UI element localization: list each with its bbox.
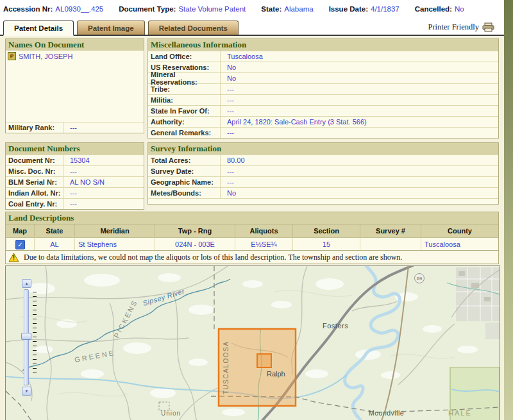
survey-information-title: Survey Information: [148, 143, 498, 155]
warning-icon: !: [8, 253, 19, 262]
document-type-value: State Volume Patent: [178, 5, 246, 13]
zoom-slider-handle[interactable]: [21, 333, 31, 340]
tab-bar: Patent Details Patent Image Related Docu…: [0, 19, 504, 36]
highway-69-shield: 69: [415, 274, 425, 283]
cell-aliquots: E½SE¼: [235, 237, 292, 251]
zoom-slider-ticks: [33, 292, 37, 377]
content-area: Names On Document P SMITH, JOSEPH Milita…: [0, 36, 504, 420]
document-type-field: Document Type: State Volume Patent: [119, 5, 246, 13]
document-nr-label: Document Nr:: [6, 155, 63, 165]
tribe-row: Tribe: ---: [148, 83, 498, 94]
survey-date-value: ---: [221, 167, 234, 175]
tab-patent-details[interactable]: Patent Details: [3, 21, 74, 36]
col-header-county: County: [421, 224, 498, 237]
land-office-row: Land Office: Tuscaloosa: [148, 51, 498, 62]
misc-doc-nr-label: Misc. Doc. Nr:: [6, 166, 63, 176]
land-office-label: Land Office:: [148, 51, 221, 62]
map-checkbox[interactable]: ✓: [15, 240, 25, 249]
col-header-survey-nr: Survey #: [360, 224, 421, 237]
mineral-reservations-row: Mineral Reservations: No: [148, 72, 498, 83]
map-zoom-control[interactable]: ▲ ▼: [21, 279, 38, 398]
cancelled-field: Cancelled: No: [415, 5, 464, 13]
survey-date-label: Survey Date:: [148, 166, 221, 176]
tribe-label: Tribe:: [148, 84, 221, 94]
militia-row: Militia: ---: [148, 94, 498, 105]
patentee-link[interactable]: P SMITH, JOSEPH: [8, 52, 142, 60]
warning-text: Due to data limitations, we could not ma…: [24, 253, 402, 262]
printer-friendly-label: Printer Friendly: [428, 22, 479, 32]
total-acres-row: Total Acres: 80.00: [148, 155, 498, 165]
state-value: Alabama: [284, 5, 313, 13]
mineral-reservations-label: Mineral Reservations:: [148, 73, 221, 83]
military-rank-label: Military Rank:: [6, 122, 63, 133]
cancelled-label: Cancelled:: [415, 5, 452, 13]
issue-date-field: Issue Date: 4/1/1837: [329, 5, 399, 13]
miscellaneous-information-panel: Miscellaneous Information Land Office: T…: [147, 38, 499, 139]
indian-allot-nr-label: Indian Allot. Nr:: [6, 188, 63, 198]
document-numbers-panel: Document Numbers Document Nr: 15304 Misc…: [5, 142, 144, 210]
cell-county: Tuscaloosa: [421, 237, 498, 251]
map-canvas: 69 Sipsey River PICKENS GREENE TUSCALOOS…: [6, 266, 500, 420]
patentee-icon: P: [8, 52, 16, 60]
issue-date-value: 4/1/1837: [371, 5, 399, 13]
blm-serial-nr-value: AL NO S/N: [63, 178, 105, 186]
land-descriptions-panel: Land Descriptions Map State Meridian Twp…: [5, 212, 499, 251]
tab-patent-image[interactable]: Patent Image: [77, 21, 145, 35]
land-office-value: Tuscaloosa: [221, 53, 263, 60]
patentee-name: SMITH, JOSEPH: [19, 53, 72, 60]
miscellaneous-information-title: Miscellaneous Information: [148, 39, 498, 51]
blm-serial-nr-row: BLM Serial Nr: AL NO S/N: [6, 176, 144, 187]
names-list: P SMITH, JOSEPH: [6, 51, 144, 122]
accession-number-label: Accession Nr:: [3, 5, 53, 13]
cell-twp-rng: 024N - 003E: [155, 237, 235, 251]
document-nr-row: Document Nr: 15304: [6, 155, 144, 165]
tribe-value: ---: [221, 85, 234, 93]
geographic-name-label: Geographic Name:: [148, 177, 221, 187]
tuscaloosa-county-label: TUSCALOOSA: [223, 341, 230, 394]
ralph-town-label: Ralph: [267, 370, 285, 378]
geographic-name-row: Geographic Name: ---: [148, 176, 498, 187]
col-header-map: Map: [6, 224, 34, 237]
state-field: State: Alabama: [261, 5, 313, 13]
survey-date-row: Survey Date: ---: [148, 165, 498, 176]
record-summary-header: Accession Nr: AL0930__.425 Document Type…: [0, 0, 504, 18]
highway-69-label: 69: [417, 276, 422, 281]
document-numbers-title: Document Numbers: [6, 143, 144, 155]
coal-entry-nr-label: Coal Entry. Nr:: [6, 199, 63, 209]
zoom-in-button[interactable]: ▲: [22, 279, 31, 288]
us-reservations-value: No: [221, 63, 236, 71]
coal-entry-nr-value: ---: [63, 200, 77, 208]
col-header-aliquots: Aliquots: [235, 224, 292, 237]
tab-related-documents[interactable]: Related Documents: [148, 21, 239, 35]
survey-information-panel: Survey Information Total Acres: 80.00 Su…: [147, 142, 499, 205]
metes-bounds-value: No: [221, 189, 236, 197]
empty-row: [148, 198, 498, 209]
union-town-label: Union: [161, 410, 181, 417]
col-header-twp-rng: Twp - Rng: [155, 224, 235, 237]
military-rank-value: ---: [63, 124, 77, 131]
total-acres-value: 80.00: [221, 156, 245, 164]
township-map[interactable]: 69 Sipsey River PICKENS GREENE TUSCALOOS…: [5, 265, 500, 420]
document-type-label: Document Type:: [119, 5, 176, 13]
cell-meridian: St Stephens: [74, 237, 155, 251]
indian-allot-nr-row: Indian Allot. Nr: ---: [6, 187, 144, 198]
general-remarks-value: ---: [221, 129, 234, 137]
misc-doc-nr-row: Misc. Doc. Nr: ---: [6, 165, 144, 176]
land-descriptions-title: Land Descriptions: [6, 212, 498, 224]
zoom-out-button[interactable]: ▼: [22, 387, 31, 396]
blm-serial-nr-label: BLM Serial Nr:: [6, 177, 63, 187]
printer-friendly-link[interactable]: Printer Friendly: [428, 22, 495, 32]
hale-county-label: HALE: [448, 409, 472, 417]
cell-map: ✓: [6, 237, 34, 251]
general-remarks-label: General Remarks:: [148, 128, 221, 138]
state-in-favor-label: State In Favor Of:: [148, 106, 221, 116]
geographic-name-value: ---: [221, 178, 234, 186]
warning-exclamation: !: [13, 255, 15, 262]
printer-icon: [482, 22, 495, 32]
patent-details-page: Accession Nr: AL0930__.425 Document Type…: [0, 0, 513, 420]
fosters-town-label: Fosters: [323, 322, 348, 330]
general-remarks-row: General Remarks: ---: [148, 127, 498, 138]
col-header-section: Section: [292, 224, 360, 237]
metes-bounds-row: Metes/Bounds: No: [148, 187, 498, 198]
zoom-out-icon: ▼: [25, 389, 29, 393]
